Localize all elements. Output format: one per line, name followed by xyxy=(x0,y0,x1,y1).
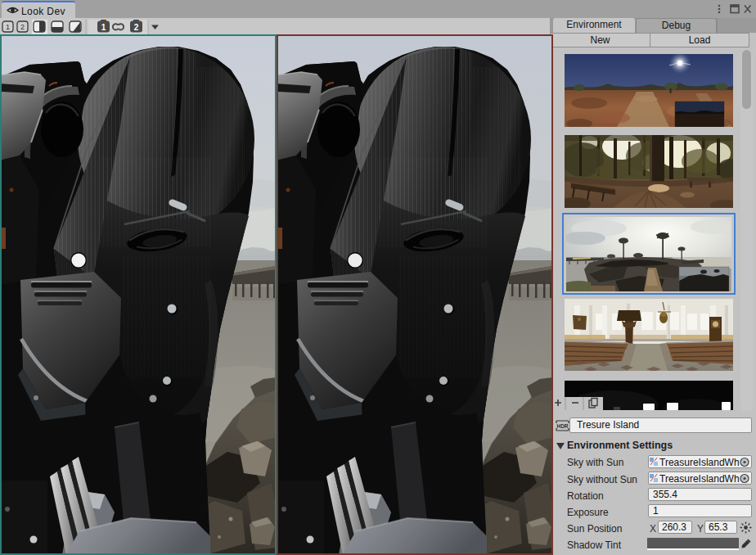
svg-text:TreasureIslandWh: TreasureIslandWh xyxy=(659,457,740,467)
svg-text:HDR: HDR xyxy=(556,423,568,429)
svg-text:1: 1 xyxy=(101,23,106,32)
svg-text:TreasureIslandWh: TreasureIslandWh xyxy=(659,473,740,484)
svg-text:2: 2 xyxy=(134,23,139,32)
svg-text:1: 1 xyxy=(6,23,10,31)
svg-text:2: 2 xyxy=(20,23,25,31)
